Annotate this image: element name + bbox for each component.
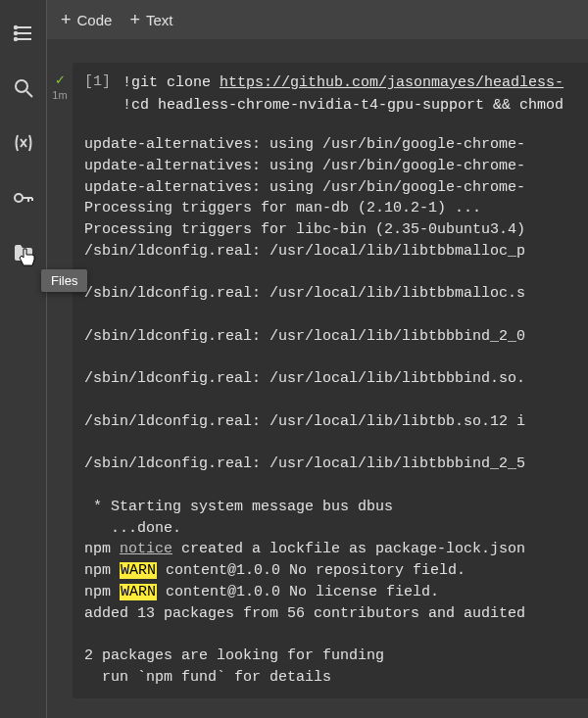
bang: ! — [122, 97, 131, 114]
files-tooltip: Files — [41, 269, 87, 292]
cell-output: update-alternatives: using /usr/bin/goog… — [84, 134, 576, 689]
cell-duration: 1m — [52, 89, 67, 101]
code-line-1a: git clone — [131, 74, 220, 91]
npm-warn2-rest: content@1.0.0 No license field. — [157, 584, 439, 600]
code-line-2: cd headless-chrome-nvidia-t4-gpu-support… — [131, 97, 564, 114]
status-check-icon: ✓ — [55, 72, 66, 87]
bang: ! — [122, 74, 131, 91]
search-icon[interactable] — [10, 74, 37, 102]
npm-prefix: npm — [84, 584, 120, 600]
svg-point-5 — [14, 38, 16, 40]
exec-count: [1] — [84, 72, 111, 90]
svg-point-4 — [14, 32, 16, 34]
svg-point-8 — [15, 194, 23, 202]
npm-notice-rest: created a lockfile as package-lock.json — [172, 541, 525, 557]
npm-prefix: npm — [84, 541, 120, 557]
files-icon[interactable] — [10, 239, 37, 266]
left-sidebar: Files — [0, 0, 47, 718]
app-root: Files + Code + Text ✓ 1m [1] — [0, 0, 588, 718]
main-area: + Code + Text ✓ 1m [1] !git clone https:… — [47, 0, 588, 718]
key-icon[interactable] — [10, 184, 37, 212]
add-code-label: Code — [77, 12, 113, 28]
code-area: [1] !git clone https://github.com/jasonm… — [84, 72, 576, 117]
output-post: added 13 packages from 56 contributors a… — [84, 605, 525, 686]
cell-wrap: ✓ 1m [1] !git clone https://github.com/j… — [47, 39, 588, 698]
npm-prefix: npm — [84, 562, 120, 579]
svg-point-6 — [16, 80, 27, 92]
output-pre: update-alternatives: using /usr/bin/goog… — [84, 136, 525, 537]
toc-icon[interactable] — [10, 20, 37, 47]
cell-toolbar: + Code + Text — [47, 0, 588, 39]
npm-warn1-rest: content@1.0.0 No repository field. — [157, 562, 466, 579]
svg-line-7 — [26, 91, 32, 97]
cell-gutter: ✓ 1m — [47, 63, 73, 698]
code-cell[interactable]: [1] !git clone https://github.com/jasonm… — [73, 63, 588, 698]
plus-icon: + — [129, 11, 140, 28]
svg-point-3 — [14, 26, 16, 28]
npm-notice-word: notice — [120, 541, 172, 557]
code-url[interactable]: https://github.com/jasonmayes/headless- — [220, 74, 564, 91]
add-text-label: Text — [146, 12, 173, 28]
code-content[interactable]: !git clone https://github.com/jasonmayes… — [122, 72, 564, 117]
npm-warn-word: WARN — [120, 562, 157, 579]
plus-icon: + — [61, 11, 72, 28]
add-text-button[interactable]: + Text — [129, 11, 172, 28]
npm-warn-word: WARN — [120, 584, 157, 600]
add-code-button[interactable]: + Code — [61, 11, 112, 28]
variables-icon[interactable] — [10, 129, 37, 157]
